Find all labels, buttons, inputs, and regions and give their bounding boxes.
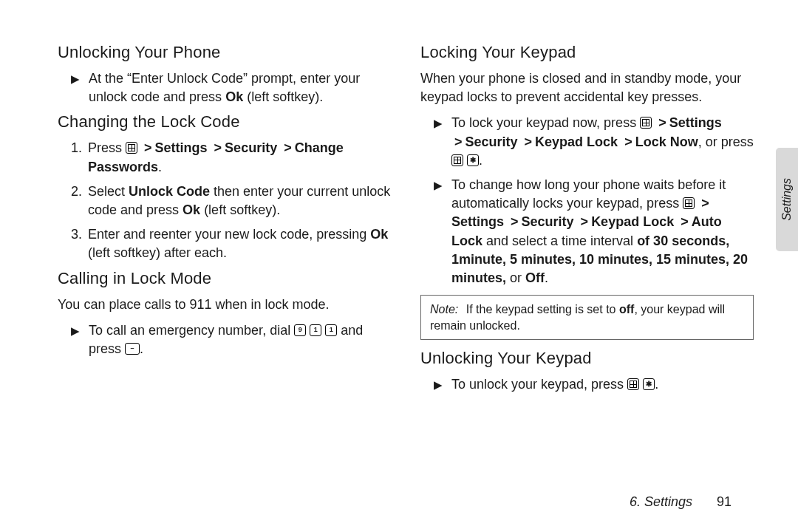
- heading-calling-lock-mode: Calling in Lock Mode: [58, 269, 391, 288]
- menu-key-icon: [640, 117, 652, 129]
- numbered-item: 1. Press >Settings >Security >Change Pas…: [58, 139, 391, 176]
- key-1-icon: [325, 324, 337, 336]
- numbered-item: 2. Select Unlock Code then enter your cu…: [58, 183, 391, 219]
- note-box: Note: If the keypad setting is set to of…: [420, 295, 754, 340]
- note-label: Note:: [430, 303, 463, 316]
- bullet-item: ▶ To unlock your keypad, press .: [420, 375, 754, 394]
- heading-locking-keypad: Locking Your Keypad: [420, 43, 754, 62]
- bullet-marker: ▶: [71, 321, 83, 340]
- bullet-item: ▶ To change how long your phone waits be…: [420, 176, 754, 287]
- number-marker: 3.: [71, 225, 82, 244]
- list-text: To lock your keypad now, press >Settings…: [451, 114, 754, 170]
- section-tab: Settings: [776, 148, 798, 251]
- key-9-icon: [294, 324, 306, 336]
- bullet-marker: ▶: [434, 114, 446, 132]
- heading-unlocking-phone: Unlocking Your Phone: [58, 43, 391, 62]
- list-text: Enter and reenter your new lock code, pr…: [88, 225, 391, 262]
- star-key-icon: [467, 154, 479, 166]
- heading-changing-lock-code: Changing the Lock Code: [58, 112, 391, 132]
- bullet-marker: ▶: [434, 375, 446, 394]
- paragraph: You can place calls to 911 when in lock …: [58, 296, 391, 314]
- menu-key-icon: [451, 154, 463, 166]
- number-marker: 1.: [71, 139, 82, 157]
- star-key-icon: [643, 378, 655, 390]
- footer-page-number: 91: [717, 494, 732, 509]
- list-text: Select Unlock Code then enter your curre…: [88, 183, 391, 219]
- bullet-item: ▶ At the “Enter Unlock Code” prompt, ent…: [58, 69, 391, 106]
- footer-section: 6. Settings: [630, 494, 713, 509]
- menu-key-icon: [126, 142, 137, 154]
- list-text: At the “Enter Unlock Code” prompt, enter…: [89, 69, 391, 106]
- page-footer: 6. Settings 91: [630, 494, 732, 510]
- bullet-item: ▶ To call an emergency number, dial and …: [58, 321, 391, 358]
- bullet-marker: ▶: [71, 69, 83, 88]
- paragraph: When your phone is closed and in standby…: [420, 69, 754, 106]
- bullet-item: ▶ To lock your keypad now, press >Settin…: [420, 114, 754, 170]
- list-text: Press >Settings >Security >Change Passwo…: [88, 139, 391, 176]
- bullet-marker: ▶: [434, 176, 446, 194]
- list-text: To change how long your phone waits befo…: [451, 176, 754, 287]
- heading-unlocking-keypad: Unlocking Your Keypad: [420, 349, 754, 368]
- list-text: To unlock your keypad, press .: [451, 375, 754, 394]
- menu-key-icon: [627, 378, 639, 390]
- menu-key-icon: [683, 197, 695, 209]
- number-marker: 2.: [71, 183, 82, 201]
- call-key-icon: [125, 343, 140, 355]
- list-text: To call an emergency number, dial and pr…: [89, 321, 391, 358]
- key-1-icon: [310, 324, 321, 336]
- left-column: Unlocking Your Phone ▶ At the “Enter Unl…: [58, 43, 391, 517]
- right-column: Locking Your Keypad When your phone is c…: [420, 43, 754, 517]
- numbered-item: 3. Enter and reenter your new lock code,…: [58, 225, 391, 262]
- section-tab-label: Settings: [780, 178, 794, 221]
